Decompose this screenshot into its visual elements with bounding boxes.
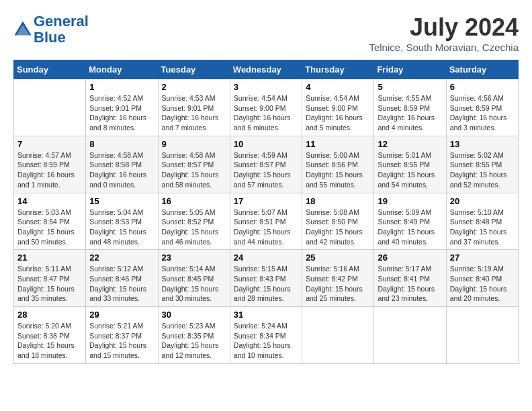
weekday-header-monday: Monday (86, 60, 158, 79)
calendar-cell: 11Sunrise: 5:00 AMSunset: 8:56 PMDayligh… (302, 136, 374, 193)
day-number: 13 (450, 139, 515, 149)
month-year-title: July 2024 (369, 13, 519, 42)
day-number: 11 (306, 139, 370, 149)
day-number: 20 (450, 196, 515, 206)
cell-info: Sunrise: 5:14 AMSunset: 8:45 PMDaylight:… (162, 264, 226, 304)
day-number: 12 (378, 139, 442, 149)
calendar-cell: 15Sunrise: 5:04 AMSunset: 8:53 PMDayligh… (86, 193, 158, 250)
weekday-header-row: SundayMondayTuesdayWednesdayThursdayFrid… (14, 60, 519, 79)
calendar-cell (374, 307, 446, 364)
cell-info: Sunrise: 4:54 AMSunset: 9:00 PMDaylight:… (306, 93, 370, 133)
calendar-cell (302, 307, 374, 364)
calendar-cell: 7Sunrise: 4:57 AMSunset: 8:59 PMDaylight… (14, 136, 86, 193)
calendar-cell: 26Sunrise: 5:17 AMSunset: 8:41 PMDayligh… (374, 250, 446, 307)
cell-info: Sunrise: 5:08 AMSunset: 8:50 PMDaylight:… (306, 208, 370, 247)
logo-text: General Blue (34, 13, 89, 46)
day-number: 19 (378, 196, 442, 206)
day-number: 14 (17, 196, 82, 206)
calendar-cell: 25Sunrise: 5:16 AMSunset: 8:42 PMDayligh… (302, 250, 374, 307)
calendar-cell: 20Sunrise: 5:10 AMSunset: 8:48 PMDayligh… (446, 193, 518, 250)
weekday-header-saturday: Saturday (446, 60, 518, 79)
cell-info: Sunrise: 5:23 AMSunset: 8:35 PMDaylight:… (162, 321, 226, 361)
calendar-week-row: 1Sunrise: 4:52 AMSunset: 9:01 PMDaylight… (14, 79, 519, 136)
cell-info: Sunrise: 5:11 AMSunset: 8:47 PMDaylight:… (17, 264, 82, 304)
day-number: 30 (162, 310, 226, 320)
cell-info: Sunrise: 4:58 AMSunset: 8:58 PMDaylight:… (89, 150, 154, 190)
day-number: 27 (450, 253, 515, 263)
calendar-cell: 21Sunrise: 5:11 AMSunset: 8:47 PMDayligh… (14, 250, 86, 307)
day-number: 23 (162, 253, 226, 263)
weekday-header-sunday: Sunday (14, 60, 86, 79)
cell-info: Sunrise: 5:17 AMSunset: 8:41 PMDaylight:… (378, 264, 442, 304)
day-number: 7 (17, 139, 82, 149)
day-number: 16 (162, 196, 226, 206)
day-number: 3 (234, 82, 298, 92)
calendar-cell (446, 307, 518, 364)
weekday-header-thursday: Thursday (302, 60, 374, 79)
location-subtitle: Telnice, South Moravian, Czechia (369, 42, 519, 53)
calendar-cell: 8Sunrise: 4:58 AMSunset: 8:58 PMDaylight… (86, 136, 158, 193)
calendar-cell: 1Sunrise: 4:52 AMSunset: 9:01 PMDaylight… (86, 79, 158, 136)
day-number: 9 (162, 139, 226, 149)
day-number: 26 (378, 253, 442, 263)
day-number: 25 (306, 253, 370, 263)
calendar-cell: 14Sunrise: 5:03 AMSunset: 8:54 PMDayligh… (14, 193, 86, 250)
cell-info: Sunrise: 5:15 AMSunset: 8:43 PMDaylight:… (234, 264, 298, 304)
logo-line1: General (34, 13, 89, 30)
cell-info: Sunrise: 4:57 AMSunset: 8:59 PMDaylight:… (17, 150, 82, 190)
calendar-cell: 5Sunrise: 4:55 AMSunset: 8:59 PMDaylight… (374, 79, 446, 136)
day-number: 15 (89, 196, 154, 206)
calendar-week-row: 14Sunrise: 5:03 AMSunset: 8:54 PMDayligh… (14, 193, 519, 250)
cell-info: Sunrise: 5:20 AMSunset: 8:38 PMDaylight:… (17, 321, 82, 361)
cell-info: Sunrise: 5:21 AMSunset: 8:37 PMDaylight:… (89, 321, 154, 361)
calendar-cell: 2Sunrise: 4:53 AMSunset: 9:01 PMDaylight… (158, 79, 230, 136)
cell-info: Sunrise: 5:00 AMSunset: 8:56 PMDaylight:… (306, 150, 370, 190)
calendar-cell: 6Sunrise: 4:56 AMSunset: 8:59 PMDaylight… (446, 79, 518, 136)
logo-line2: Blue (34, 29, 66, 46)
calendar-cell: 10Sunrise: 4:59 AMSunset: 8:57 PMDayligh… (230, 136, 302, 193)
calendar-cell: 4Sunrise: 4:54 AMSunset: 9:00 PMDaylight… (302, 79, 374, 136)
cell-info: Sunrise: 5:07 AMSunset: 8:51 PMDaylight:… (234, 208, 298, 247)
cell-info: Sunrise: 4:54 AMSunset: 9:00 PMDaylight:… (234, 93, 298, 133)
day-number: 22 (89, 253, 154, 263)
cell-info: Sunrise: 5:04 AMSunset: 8:53 PMDaylight:… (89, 208, 154, 247)
day-number: 28 (17, 310, 82, 320)
logo: General Blue (13, 13, 89, 46)
calendar-week-row: 28Sunrise: 5:20 AMSunset: 8:38 PMDayligh… (14, 307, 519, 364)
cell-info: Sunrise: 4:52 AMSunset: 9:01 PMDaylight:… (89, 93, 154, 133)
day-number: 4 (306, 82, 370, 92)
calendar-cell: 12Sunrise: 5:01 AMSunset: 8:55 PMDayligh… (374, 136, 446, 193)
cell-info: Sunrise: 5:03 AMSunset: 8:54 PMDaylight:… (17, 208, 82, 247)
cell-info: Sunrise: 4:56 AMSunset: 8:59 PMDaylight:… (450, 93, 515, 133)
day-number: 5 (378, 82, 442, 92)
day-number: 24 (234, 253, 298, 263)
day-number: 2 (162, 82, 226, 92)
weekday-header-friday: Friday (374, 60, 446, 79)
calendar-cell: 23Sunrise: 5:14 AMSunset: 8:45 PMDayligh… (158, 250, 230, 307)
calendar-cell: 29Sunrise: 5:21 AMSunset: 8:37 PMDayligh… (86, 307, 158, 364)
cell-info: Sunrise: 5:12 AMSunset: 8:46 PMDaylight:… (89, 264, 154, 304)
calendar-week-row: 7Sunrise: 4:57 AMSunset: 8:59 PMDaylight… (14, 136, 519, 193)
calendar-cell: 9Sunrise: 4:58 AMSunset: 8:57 PMDaylight… (158, 136, 230, 193)
calendar-cell: 22Sunrise: 5:12 AMSunset: 8:46 PMDayligh… (86, 250, 158, 307)
day-number: 29 (89, 310, 154, 320)
cell-info: Sunrise: 5:05 AMSunset: 8:52 PMDaylight:… (162, 208, 226, 247)
calendar-cell: 30Sunrise: 5:23 AMSunset: 8:35 PMDayligh… (158, 307, 230, 364)
title-block: July 2024 Telnice, South Moravian, Czech… (369, 13, 519, 53)
calendar-cell: 24Sunrise: 5:15 AMSunset: 8:43 PMDayligh… (230, 250, 302, 307)
weekday-header-wednesday: Wednesday (230, 60, 302, 79)
cell-info: Sunrise: 4:53 AMSunset: 9:01 PMDaylight:… (162, 93, 226, 133)
calendar-cell: 19Sunrise: 5:09 AMSunset: 8:49 PMDayligh… (374, 193, 446, 250)
calendar-cell: 28Sunrise: 5:20 AMSunset: 8:38 PMDayligh… (14, 307, 86, 364)
cell-info: Sunrise: 5:02 AMSunset: 8:55 PMDaylight:… (450, 150, 515, 190)
cell-info: Sunrise: 4:55 AMSunset: 8:59 PMDaylight:… (378, 93, 442, 133)
calendar-cell: 13Sunrise: 5:02 AMSunset: 8:55 PMDayligh… (446, 136, 518, 193)
page-header: General Blue July 2024 Telnice, South Mo… (13, 13, 519, 53)
cell-info: Sunrise: 5:09 AMSunset: 8:49 PMDaylight:… (378, 208, 442, 247)
calendar-week-row: 21Sunrise: 5:11 AMSunset: 8:47 PMDayligh… (14, 250, 519, 307)
calendar-cell (14, 79, 86, 136)
calendar-table: SundayMondayTuesdayWednesdayThursdayFrid… (13, 60, 519, 364)
calendar-cell: 16Sunrise: 5:05 AMSunset: 8:52 PMDayligh… (158, 193, 230, 250)
day-number: 21 (17, 253, 82, 263)
logo-icon (13, 20, 32, 39)
